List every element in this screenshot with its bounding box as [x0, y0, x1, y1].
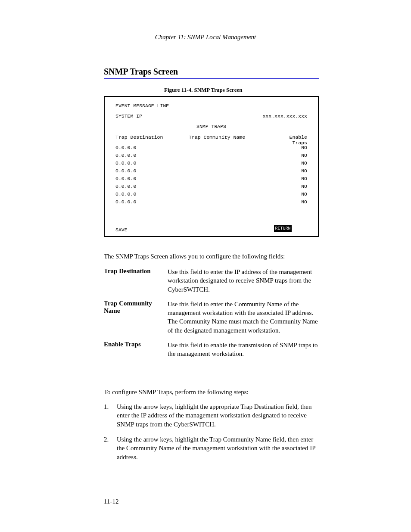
trap-row: 0.0.0.0 NO	[115, 191, 307, 197]
field-definitions: Trap Destination Use this field to enter…	[104, 268, 319, 360]
trap-row: 0.0.0.0 NO	[115, 160, 307, 166]
trap-enable-value: NO	[301, 168, 307, 174]
page-number: 11-12	[104, 498, 118, 505]
section-title: SNMP Traps Screen	[104, 67, 319, 77]
field-row: Enable Traps Use this field to enable th…	[104, 341, 319, 358]
trap-enable-value: NO	[301, 145, 307, 150]
trap-dest-value: 0.0.0.0	[115, 168, 136, 174]
trap-row: 0.0.0.0 NO	[115, 184, 307, 189]
step-2: 2. Using the arrow keys, highlight the T…	[104, 435, 319, 461]
col-trap-destination: Trap Destination	[115, 134, 189, 146]
trap-enable-value: NO	[301, 199, 307, 205]
save-button-label: SAVE	[115, 227, 128, 233]
trap-dest-value: 0.0.0.0	[115, 152, 136, 158]
trap-row: 0.0.0.0 NO	[115, 168, 307, 174]
col-enable-traps: Enable Traps	[275, 134, 307, 146]
trap-enable-value: NO	[301, 191, 307, 197]
field-desc: Use this field to enter the IP address o…	[168, 268, 319, 294]
field-row: Trap Community Name Use this field to en…	[104, 300, 319, 335]
trap-row: 0.0.0.0 NO	[115, 152, 307, 158]
running-header: Chapter 11: SNMP Local Management	[0, 34, 411, 41]
return-button[interactable]: RETURN	[274, 225, 292, 232]
trap-row: 0.0.0.0 NO	[115, 145, 307, 150]
system-info-line: SYSTEM IP xxx.xxx.xxx.xxx	[115, 113, 307, 119]
trap-enable-value: NO	[301, 160, 307, 166]
trap-row: 0.0.0.0 NO	[115, 176, 307, 181]
field-desc: Use this field to enter the Community Na…	[168, 300, 319, 335]
trap-dest-value: 0.0.0.0	[115, 176, 136, 181]
system-ip-label: SYSTEM IP	[115, 113, 142, 119]
step-text: Using the arrow keys, highlight the appr…	[117, 402, 319, 429]
system-ip-value: xxx.xxx.xxx.xxx	[262, 113, 307, 119]
field-label: Enable Traps	[104, 341, 168, 358]
step-number: 2.	[104, 435, 117, 461]
field-label: Trap Community Name	[104, 300, 168, 335]
section-title-underline	[104, 78, 319, 79]
intro-paragraph: The SNMP Traps Screen allows you to conf…	[104, 252, 319, 261]
screen-title-text: SNMP TRAPS	[196, 124, 226, 129]
trap-dest-value: 0.0.0.0	[115, 145, 136, 150]
step-text: Using the arrow keys, highlight the Trap…	[117, 435, 319, 461]
trap-dest-value: 0.0.0.0	[115, 191, 136, 197]
step-number: 1.	[104, 402, 117, 429]
field-desc: Use this field to enable the transmissio…	[168, 341, 319, 358]
page: Chapter 11: SNMP Local Management SNMP T…	[0, 0, 411, 532]
trap-dest-value: 0.0.0.0	[115, 184, 136, 189]
figure-caption: Figure 11-4. SNMP Traps Screen	[164, 87, 242, 93]
event-message-line: EVENT MESSAGE LINE	[115, 103, 169, 109]
screen-title: SNMP TRAPS	[115, 124, 307, 129]
trap-dest-value: 0.0.0.0	[115, 160, 136, 166]
trap-enable-value: NO	[301, 176, 307, 181]
trap-column-headers: Trap Destination Trap Community Name Ena…	[115, 134, 307, 146]
field-label: Trap Destination	[104, 268, 168, 294]
field-row: Trap Destination Use this field to enter…	[104, 268, 319, 294]
trap-row: 0.0.0.0 NO	[115, 199, 307, 205]
col-trap-community: Trap Community Name	[189, 134, 275, 146]
step-1: 1. Using the arrow keys, highlight the a…	[104, 402, 319, 429]
steps-intro: To configure SNMP Traps, perform the fol…	[104, 388, 319, 396]
trap-dest-value: 0.0.0.0	[115, 199, 136, 205]
trap-enable-value: NO	[301, 152, 307, 158]
trap-enable-value: NO	[301, 184, 307, 189]
